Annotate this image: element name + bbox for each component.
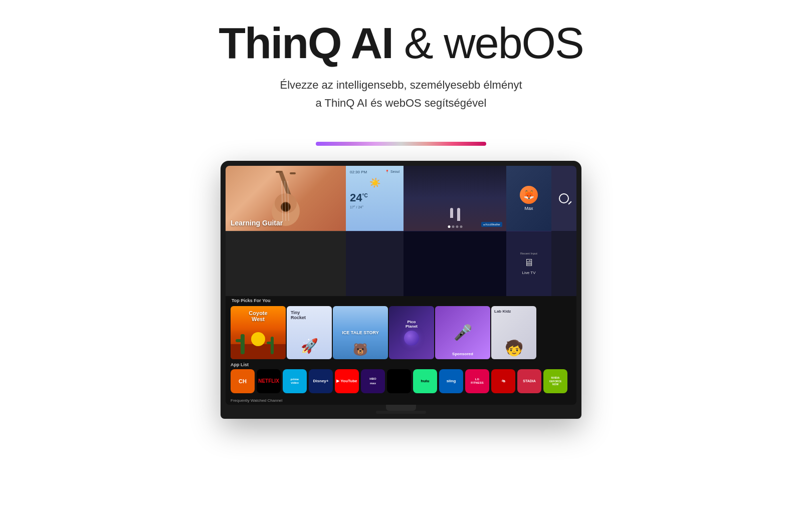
page-wrapper: ThinQ AI & webOS Élvezze az intelligense… <box>0 0 802 419</box>
app-list-section: App List CH NETFLIX primevideo Disney+ ▶… <box>226 360 576 396</box>
dot-4 <box>460 225 462 228</box>
app-lgfitness[interactable]: LGFITNESS <box>465 369 489 393</box>
tv-stand <box>386 405 416 411</box>
subtitle: Élvezze az intelligensebb, személyesebb … <box>280 76 522 111</box>
frequently-watched-row: Frequently Watched Channel <box>226 396 576 405</box>
live-tv-label: Live TV <box>522 271 536 275</box>
rocket-icon: 🚀 <box>301 338 318 354</box>
tv-screen: Learning Guitar 02:30 PM 📍 Seoul ☀️ 24°C <box>226 166 576 405</box>
headline-light: & webOS <box>393 18 583 68</box>
svg-rect-12 <box>241 334 245 354</box>
figure-2 <box>457 208 460 221</box>
app-netflix[interactable]: NETFLIX <box>257 369 281 393</box>
tv-mockup: Learning Guitar 02:30 PM 📍 Seoul ☀️ 24°C <box>221 161 581 419</box>
sponsored-label: Sponsored <box>435 352 490 356</box>
panorama-tile: ● AccuWeather <box>404 166 506 231</box>
app-list-label: App List <box>231 362 571 367</box>
app-youtube[interactable]: ▶ YouTube <box>335 369 359 393</box>
panorama-dots <box>448 225 462 228</box>
user-tile[interactable]: 🦊 Max <box>506 166 551 231</box>
app-appletv[interactable] <box>387 369 411 393</box>
app-stadia[interactable]: STADIA <box>517 369 541 393</box>
svg-rect-13 <box>236 339 243 342</box>
app-hbomax[interactable]: HBOmax <box>361 369 385 393</box>
pick-lab-kidz[interactable]: Lab Kidz 🧒 <box>491 306 536 359</box>
pick-coyote-west[interactable]: CoyoteWest <box>231 306 286 359</box>
pick-sponsored[interactable]: 🎤 Sponsored <box>435 306 490 359</box>
bear-icon: 🐻 <box>353 343 368 357</box>
svg-rect-2 <box>290 172 296 174</box>
recent-input-label: Recent Input <box>520 252 537 255</box>
headline-bold: ThinQ AI <box>219 18 392 68</box>
pick-ice-tale[interactable]: ICE TALE STORY 🐻 <box>333 306 388 359</box>
user-avatar: 🦊 <box>520 186 538 204</box>
panorama-spacer <box>404 231 506 296</box>
search-icon <box>559 193 569 203</box>
app-prime-video[interactable]: primevideo <box>283 369 307 393</box>
tv-base <box>376 411 426 414</box>
picks-row: CoyoteWest <box>226 305 576 360</box>
weather-range: 17° / 24° <box>350 205 399 209</box>
dot-3 <box>456 225 458 228</box>
app-hulu[interactable]: hulu <box>413 369 437 393</box>
weather-time: 02:30 PM <box>350 170 367 174</box>
dot-2 <box>452 225 454 228</box>
ice-tale-label: ICE TALE STORY <box>342 330 378 335</box>
svg-rect-14 <box>271 337 274 354</box>
user-name: Max <box>524 206 533 211</box>
main-headline: ThinQ AI & webOS <box>219 20 583 66</box>
tiny-rocket-label: TinyRocket <box>291 310 306 320</box>
hero-spacer <box>226 231 346 296</box>
monitor-icon: 🖥 <box>524 257 534 269</box>
cactus-scene <box>231 329 286 359</box>
search-tile[interactable] <box>551 166 576 231</box>
recent-input-tile[interactable]: Recent Input 🖥 Live TV <box>506 231 551 296</box>
pico-planet-label: PicoPlanet <box>406 320 418 329</box>
frequently-watched-label: Frequently Watched Channel <box>231 398 282 403</box>
pick-tiny-rocket[interactable]: TinyRocket 🚀 <box>287 306 332 359</box>
planet-visual <box>404 331 419 346</box>
pick-pico-planet[interactable]: PicoPlanet <box>389 306 434 359</box>
hero-label: Learning Guitar <box>231 219 341 227</box>
app-shoppe[interactable]: 🛍 <box>491 369 515 393</box>
search-spacer <box>551 231 576 296</box>
svg-rect-1 <box>276 171 282 173</box>
weather-top: 02:30 PM 📍 Seoul <box>350 170 399 174</box>
location-pin-icon: 📍 <box>385 170 389 174</box>
weather-location: 📍 Seoul <box>385 170 399 174</box>
apps-row: CH NETFLIX primevideo Disney+ ▶ YouTube … <box>231 369 571 395</box>
second-row: Recent Input 🖥 Live TV <box>226 231 576 296</box>
dot-1 <box>448 225 450 228</box>
svg-point-11 <box>251 332 265 346</box>
panorama-figures <box>450 208 460 221</box>
app-sling[interactable]: sling <box>439 369 463 393</box>
app-geforce-now[interactable]: NVIDIAGEFORCENOW <box>543 369 567 393</box>
figure-1 <box>450 208 453 218</box>
subtitle-line1: Élvezze az intelligensebb, személyesebb … <box>280 79 522 91</box>
weather-spacer <box>346 231 404 296</box>
svg-rect-15 <box>267 342 273 344</box>
glow-bar <box>316 142 486 146</box>
app-ch[interactable]: CH <box>231 369 255 393</box>
subtitle-line2: a ThinQ AI és webOS segítségével <box>316 97 487 109</box>
top-row: Learning Guitar 02:30 PM 📍 Seoul ☀️ 24°C <box>226 166 576 231</box>
svg-rect-10 <box>231 344 286 359</box>
weather-temp: 24°C <box>350 191 399 204</box>
accuweather-button[interactable]: ● AccuWeather <box>481 222 502 227</box>
weather-tile: 02:30 PM 📍 Seoul ☀️ 24°C 17° / 24° <box>346 166 404 231</box>
app-disney-plus[interactable]: Disney+ <box>309 369 333 393</box>
lab-kidz-icon: 🧒 <box>505 339 523 357</box>
coyote-west-label: CoyoteWest <box>249 310 267 322</box>
weather-condition-icon: ☀️ <box>350 177 399 188</box>
lab-kidz-label: Lab Kidz <box>494 309 511 314</box>
top-picks-header: Top Picks For You <box>226 296 576 305</box>
hero-tile[interactable]: Learning Guitar <box>226 166 346 231</box>
